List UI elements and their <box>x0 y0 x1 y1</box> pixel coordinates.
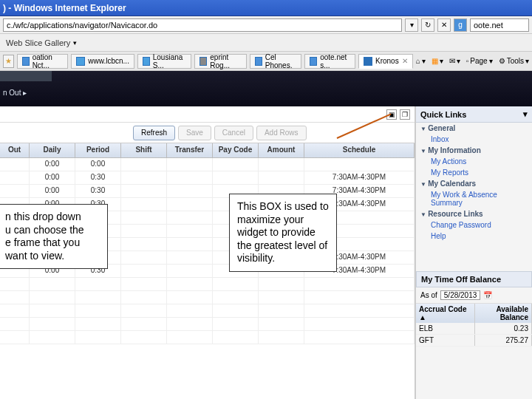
cell-paycode[interactable] <box>213 331 259 344</box>
table-row[interactable] <box>0 331 415 344</box>
cell-shift[interactable] <box>121 331 167 344</box>
cell-shift[interactable] <box>121 225 167 237</box>
cell-transfer[interactable] <box>167 171 213 184</box>
tab-6[interactable]: Kronos✕ <box>358 54 413 69</box>
col-shift[interactable]: Shift <box>121 143 167 157</box>
cell-daily[interactable] <box>30 278 75 290</box>
cell-transfer[interactable] <box>167 331 213 344</box>
cell-daily[interactable]: 0:00 <box>30 158 75 171</box>
cell-paycode[interactable] <box>213 171 259 184</box>
col-transfer[interactable]: Transfer <box>167 143 213 157</box>
punch-out-link[interactable]: n Out ▸ <box>3 89 27 97</box>
tab-1[interactable]: www.lcbcn... <box>71 54 134 69</box>
cell-out[interactable] <box>0 171 30 184</box>
app-nav-tab[interactable] <box>0 71 52 81</box>
cell-shift[interactable] <box>121 318 167 330</box>
col-daily[interactable]: Daily <box>30 143 75 157</box>
ql-item[interactable]: My Actions <box>416 156 532 167</box>
cell-paycode[interactable] <box>213 318 259 330</box>
favorites-star-icon[interactable]: ★ <box>3 55 14 68</box>
cell-amount[interactable] <box>259 331 304 344</box>
search-input[interactable] <box>470 18 529 32</box>
cell-out[interactable] <box>0 185 30 197</box>
cell-out[interactable] <box>0 318 30 330</box>
cell-schedule[interactable]: 7:30AM-4:30PM <box>304 171 415 184</box>
cell-out[interactable] <box>0 331 30 344</box>
ql-item[interactable]: My Reports <box>416 167 532 178</box>
stop-icon[interactable]: ✕ <box>437 18 451 32</box>
cell-amount[interactable] <box>259 278 304 290</box>
cell-shift[interactable] <box>121 158 167 171</box>
tab-0[interactable]: oation Nct... <box>17 54 69 69</box>
ql-section[interactable]: My Calendars <box>416 178 532 189</box>
cell-shift[interactable] <box>121 185 167 197</box>
home-button[interactable]: ⌂▾ <box>416 57 426 65</box>
gear-icon[interactable]: ▾ <box>523 109 528 119</box>
address-go-dropdown[interactable]: ▾ <box>405 18 418 32</box>
mail-button[interactable]: ✉▾ <box>449 57 460 65</box>
cell-schedule[interactable] <box>304 331 415 344</box>
cell-transfer[interactable] <box>167 238 213 250</box>
ql-item[interactable]: Help <box>416 231 532 242</box>
cell-out[interactable] <box>0 291 30 304</box>
close-icon[interactable]: ✕ <box>402 57 408 65</box>
asof-date-field[interactable]: 5/28/2013 <box>440 290 481 300</box>
cell-paycode[interactable] <box>213 291 259 304</box>
cell-shift[interactable] <box>121 198 167 211</box>
table-row[interactable] <box>0 291 415 304</box>
cell-shift[interactable] <box>121 291 167 304</box>
cell-amount[interactable] <box>259 171 304 184</box>
tab-5[interactable]: oote.net s... <box>304 54 355 69</box>
cell-daily[interactable] <box>30 304 75 317</box>
cell-transfer[interactable] <box>167 211 213 224</box>
cell-period[interactable] <box>75 304 121 317</box>
cell-transfer[interactable] <box>167 158 213 171</box>
cell-period[interactable]: 0:00 <box>75 158 121 171</box>
col-out[interactable]: Out <box>0 143 30 157</box>
table-row[interactable]: 0:000:307:30AM-4:30PM <box>0 171 415 185</box>
tab-3[interactable]: eprint Rog... <box>194 54 246 69</box>
cell-shift[interactable] <box>121 251 167 264</box>
cell-amount[interactable] <box>259 158 304 171</box>
table-row[interactable]: 0:000:00 <box>0 158 415 171</box>
col-amount[interactable]: Amount <box>259 143 304 157</box>
table-row[interactable] <box>0 318 415 331</box>
cell-schedule[interactable] <box>304 318 415 330</box>
ql-section[interactable]: Resource Links <box>416 208 532 219</box>
cell-schedule[interactable] <box>304 158 415 171</box>
cell-paycode[interactable] <box>213 158 259 171</box>
tab-2[interactable]: Lousiana S... <box>137 54 192 69</box>
cell-schedule[interactable] <box>304 278 415 290</box>
time-off-header[interactable]: My Time Off Balance <box>416 271 532 287</box>
cancel-button[interactable]: Cancel <box>214 126 253 140</box>
cell-shift[interactable] <box>121 278 167 290</box>
favorites-dropdown-icon[interactable]: ▾ <box>73 39 77 47</box>
ql-item[interactable]: Inbox <box>416 134 532 145</box>
col-paycode[interactable]: Pay Code <box>213 143 259 157</box>
feeds-button[interactable]: ▦▾ <box>432 57 443 65</box>
quick-links-header[interactable]: Quick Links ▾ <box>416 106 532 123</box>
cell-daily[interactable] <box>30 291 75 304</box>
cell-amount[interactable] <box>259 291 304 304</box>
table-row[interactable] <box>0 304 415 318</box>
cell-transfer[interactable] <box>167 265 213 277</box>
cell-amount[interactable] <box>259 304 304 317</box>
cell-transfer[interactable] <box>167 318 213 330</box>
cell-out[interactable] <box>0 158 30 171</box>
search-provider-icon[interactable]: g <box>454 18 467 32</box>
cell-daily[interactable]: 0:00 <box>30 171 75 184</box>
ql-item[interactable]: Change Password <box>416 219 532 231</box>
address-input[interactable] <box>3 18 402 32</box>
cell-transfer[interactable] <box>167 198 213 211</box>
cell-schedule[interactable] <box>304 304 415 317</box>
col-period[interactable]: Period <box>75 143 121 157</box>
tools-menu[interactable]: ⚙Tools▾ <box>499 57 529 65</box>
refresh-icon[interactable]: ↻ <box>421 18 434 32</box>
cell-period[interactable]: 0:30 <box>75 185 121 197</box>
cell-shift[interactable] <box>121 238 167 250</box>
cell-out[interactable] <box>0 304 30 317</box>
ql-section[interactable]: General <box>416 123 532 134</box>
cell-period[interactable] <box>75 291 121 304</box>
cell-paycode[interactable] <box>213 304 259 317</box>
cell-shift[interactable] <box>121 265 167 277</box>
